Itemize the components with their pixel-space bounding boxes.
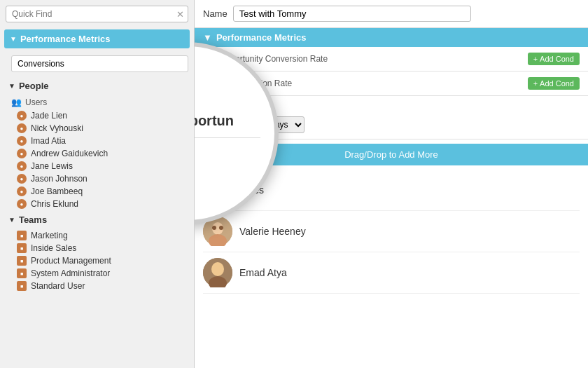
- user-avatar-icon: ●: [17, 161, 27, 171]
- user-name: Jason Johnson: [31, 174, 88, 184]
- user-item-jason[interactable]: ● Jason Johnson: [17, 172, 186, 185]
- team-item-inside-sales[interactable]: ■ Inside Sales: [3, 242, 191, 254]
- user-name: Chris Eklund: [31, 199, 78, 209]
- user-avatar-icon: ●: [17, 136, 27, 146]
- team-item-system-admin[interactable]: ■ System Administrator: [3, 267, 191, 280]
- avatar-emad: [203, 258, 232, 287]
- name-bar: Name: [195, 0, 588, 28]
- conversion-rate-row: d to Opportunity Conversion Rate + Add C…: [195, 47, 588, 71]
- team-icon: ■: [17, 268, 27, 278]
- team-item-standard-user[interactable]: ■ Standard User: [3, 280, 191, 292]
- user-avatar-icon: ●: [17, 111, 27, 121]
- team-icon: ■: [17, 243, 27, 253]
- quick-find-input[interactable]: [6, 6, 188, 22]
- user-item[interactable]: ● Imad Atia: [17, 135, 186, 147]
- team-icon: ■: [17, 256, 27, 266]
- team-name: System Administrator: [31, 268, 110, 278]
- user-item[interactable]: ● Jade Lien: [17, 109, 186, 122]
- user-item[interactable]: ● Jane Lewis: [17, 160, 186, 172]
- magnifier-subtitle: Time Frame: [195, 139, 260, 154]
- left-panel: ✕ ▼ Performance Metrics Conversions ▼ Pe…: [0, 0, 195, 368]
- user-avatar-icon: ●: [17, 199, 27, 209]
- collapse-arrow-icon: ▼: [10, 35, 17, 43]
- user-avatar-icon: ●: [17, 149, 27, 158]
- user-name: Jane Lewis: [31, 161, 73, 171]
- team-name: Product Management: [31, 256, 111, 266]
- teams-header[interactable]: ▼ Teams: [3, 210, 191, 229]
- user-name: Andrew Gaidukevich: [31, 149, 108, 158]
- quick-find-wrapper: ✕: [6, 6, 188, 22]
- team-item-product-management[interactable]: ■ Product Management: [3, 254, 191, 267]
- plus-icon: +: [533, 55, 538, 63]
- teams-arrow-icon: ▼: [8, 216, 15, 224]
- user-avatar-icon: ●: [17, 174, 27, 184]
- name-label: Name: [203, 8, 227, 19]
- user-name: Nick Vyhouski: [31, 123, 83, 133]
- person-name-emad: Emad Atya: [239, 267, 287, 278]
- user-avatar-icon: ●: [17, 186, 27, 196]
- people-arrow-icon: ▼: [8, 82, 15, 90]
- user-name: Joe Bambeeq: [31, 186, 83, 196]
- team-name: Inside Sales: [31, 243, 76, 253]
- users-group-icon: 👥: [11, 97, 22, 107]
- teams-label: Teams: [19, 214, 47, 225]
- perf-metrics-arrow-icon: ▼: [203, 32, 212, 43]
- user-item[interactable]: ● Joe Bambeeq: [17, 185, 186, 198]
- user-list: ● Jade Lien ● Nick Vyhouski ● Imad Atia …: [3, 109, 191, 210]
- user-item[interactable]: ● Andrew Gaidukevich: [17, 147, 186, 160]
- people-label: People: [19, 81, 49, 91]
- performance-metrics-items: Conversions: [0, 51, 194, 76]
- add-cond-label-2: Add Cond: [540, 79, 574, 88]
- user-name: Imad Atia: [31, 136, 66, 146]
- quick-find-bar: ✕: [0, 0, 194, 27]
- name-input[interactable]: [233, 6, 471, 22]
- perf-metrics-label: Performance Metrics: [216, 32, 307, 43]
- svg-point-5: [212, 226, 216, 230]
- plus-icon: +: [533, 79, 538, 88]
- magnifier-content: Highest Opportun Time Frame: [195, 99, 274, 168]
- person-row-valerie: Valerie Heeney: [203, 211, 580, 252]
- users-sublabel: 👥 Users: [3, 95, 191, 109]
- perf-metrics-header[interactable]: ▼ Performance Metrics: [195, 28, 588, 47]
- team-name: Standard User: [31, 281, 85, 291]
- add-cond-label: Add Cond: [540, 55, 574, 63]
- user-item[interactable]: ● Nick Vyhouski: [17, 122, 186, 135]
- user-item[interactable]: ● Chris Eklund: [17, 198, 186, 210]
- add-condition-button-2[interactable]: + Add Cond: [528, 77, 580, 90]
- team-item-marketing[interactable]: ■ Marketing: [3, 229, 191, 242]
- team-name: Marketing: [31, 231, 68, 240]
- clear-icon[interactable]: ✕: [176, 9, 184, 20]
- team-icon: ■: [17, 231, 27, 240]
- user-avatar-icon: ●: [17, 123, 27, 133]
- magnifier-title: Highest Opportun: [195, 113, 260, 129]
- metric-item-conversions[interactable]: Conversions: [11, 55, 188, 72]
- team-icon: ■: [17, 281, 27, 291]
- svg-point-8: [211, 262, 224, 276]
- people-list: ♛ Sales Valerie Heeney: [195, 170, 588, 368]
- add-condition-button-1[interactable]: + Add Cond: [528, 53, 580, 65]
- right-panel: Name ▼ Performance Metrics d to Opportun…: [195, 0, 588, 368]
- svg-point-6: [219, 226, 223, 230]
- performance-metrics-label: Performance Metrics: [20, 34, 111, 44]
- teams-section: ▼ Teams ■ Marketing ■ Inside Sales ■ Pro…: [0, 210, 194, 292]
- user-name: Jade Lien: [31, 111, 67, 121]
- person-row-emad: Emad Atya: [203, 252, 580, 294]
- performance-metrics-header[interactable]: ▼ Performance Metrics: [4, 29, 190, 48]
- person-name-valerie: Valerie Heeney: [239, 226, 306, 237]
- people-header[interactable]: ▼ People: [3, 76, 191, 95]
- people-section: ▼ People 👥 Users ● Jade Lien ● Nick Vyho…: [0, 76, 194, 210]
